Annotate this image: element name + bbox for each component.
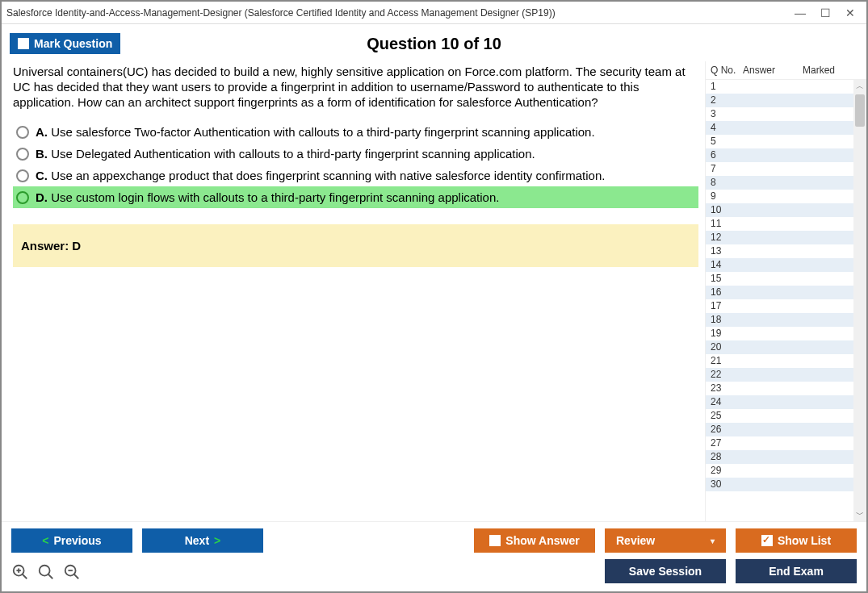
- question-list-row[interactable]: 5: [706, 135, 866, 148]
- question-list-row[interactable]: 7: [706, 162, 866, 176]
- zoom-out-icon[interactable]: [63, 563, 81, 581]
- option-text: Use salesforce Two-factor Authentication…: [48, 125, 595, 139]
- zoom-controls: [11, 561, 81, 583]
- close-icon[interactable]: ✕: [845, 7, 855, 19]
- zoom-icon[interactable]: [37, 563, 55, 581]
- svg-point-4: [40, 566, 50, 576]
- previous-button[interactable]: < Previous: [11, 528, 132, 553]
- end-exam-button[interactable]: End Exam: [736, 559, 857, 583]
- previous-label: Previous: [54, 534, 102, 547]
- question-list-row[interactable]: 1: [706, 80, 866, 94]
- header-row: Mark Question Question 10 of 10: [2, 24, 866, 61]
- question-list-row[interactable]: 11: [706, 217, 866, 231]
- answer-label: Answer: D: [21, 239, 81, 253]
- question-list: 1234567891011121314151617181920212223242…: [706, 79, 866, 521]
- mark-question-button[interactable]: Mark Question: [10, 33, 120, 54]
- footer: < Previous Next > Show Answer Review ▾ S…: [2, 521, 866, 591]
- next-button[interactable]: Next >: [142, 528, 263, 553]
- options-list: A. Use salesforce Two-factor Authenticat…: [13, 121, 698, 208]
- zoom-in-icon[interactable]: [11, 563, 29, 581]
- chevron-left-icon: <: [42, 534, 48, 547]
- question-list-row[interactable]: 30: [706, 478, 866, 491]
- footer-row-1: < Previous Next > Show Answer Review ▾ S…: [11, 528, 857, 553]
- svg-line-5: [48, 574, 53, 579]
- radio-icon[interactable]: [16, 148, 29, 161]
- svg-line-7: [74, 574, 79, 579]
- question-list-row[interactable]: 15: [706, 272, 866, 286]
- question-list-row[interactable]: 23: [706, 382, 866, 395]
- minimize-icon[interactable]: —: [795, 7, 806, 19]
- option-letter: C.: [36, 169, 48, 182]
- scroll-down-icon[interactable]: ﹀: [853, 508, 866, 521]
- question-list-row[interactable]: 4: [706, 121, 866, 135]
- col-answer: Answer: [743, 65, 803, 76]
- question-list-row[interactable]: 2: [706, 94, 866, 107]
- question-list-row[interactable]: 24: [706, 395, 866, 409]
- option-row-a[interactable]: A. Use salesforce Two-factor Authenticat…: [13, 121, 698, 143]
- checkbox-icon: [489, 535, 501, 546]
- review-label: Review: [616, 534, 655, 547]
- col-qno: Q No.: [711, 65, 743, 76]
- show-answer-label: Show Answer: [505, 534, 579, 547]
- question-list-row[interactable]: 26: [706, 423, 866, 436]
- window-title: Salesforce Identity-and-Access-Managemen…: [6, 7, 795, 19]
- option-text: Use an appexchange product that does fin…: [48, 169, 605, 182]
- option-row-d[interactable]: D. Use custom login flows with callouts …: [13, 186, 698, 208]
- review-dropdown[interactable]: Review ▾: [605, 528, 726, 553]
- radio-icon[interactable]: [16, 191, 29, 204]
- question-list-row[interactable]: 14: [706, 258, 866, 272]
- col-marked: Marked: [803, 65, 865, 76]
- chevron-right-icon: >: [214, 534, 220, 547]
- question-list-row[interactable]: 12: [706, 231, 866, 244]
- checkbox-icon: [18, 38, 29, 49]
- svg-line-1: [23, 574, 27, 579]
- option-letter: B.: [36, 147, 48, 161]
- question-list-header: Q No. Answer Marked: [706, 61, 866, 79]
- option-row-c[interactable]: C. Use an appexchange product that does …: [13, 165, 698, 186]
- question-list-row[interactable]: 29: [706, 464, 866, 478]
- mark-question-label: Mark Question: [34, 37, 112, 50]
- question-text: Universal containers(UC) has decided to …: [13, 65, 698, 110]
- show-list-label: Show List: [778, 534, 831, 547]
- question-list-row[interactable]: 20: [706, 340, 866, 354]
- checkbox-checked-icon: [761, 535, 773, 546]
- question-list-row[interactable]: 22: [706, 368, 866, 382]
- option-row-b[interactable]: B. Use Delegated Authentication with cal…: [13, 143, 698, 165]
- question-list-row[interactable]: 10: [706, 203, 866, 217]
- question-list-row[interactable]: 27: [706, 436, 866, 450]
- body: Universal containers(UC) has decided to …: [2, 61, 866, 521]
- save-session-label: Save Session: [629, 565, 702, 578]
- question-list-row[interactable]: 21: [706, 354, 866, 368]
- footer-row-2: Save Session End Exam: [605, 559, 857, 583]
- option-letter: A.: [36, 125, 48, 139]
- question-list-row[interactable]: 16: [706, 286, 866, 299]
- radio-icon[interactable]: [16, 169, 29, 182]
- window-controls: — ☐ ✕: [795, 7, 862, 19]
- app-window: Salesforce Identity-and-Access-Managemen…: [0, 0, 868, 593]
- question-list-row[interactable]: 6: [706, 148, 866, 162]
- option-text: Use custom login flows with callouts to …: [48, 190, 499, 204]
- question-list-row[interactable]: 28: [706, 450, 866, 464]
- question-list-row[interactable]: 9: [706, 190, 866, 203]
- scroll-up-icon[interactable]: ︿: [853, 80, 866, 93]
- scroll-thumb[interactable]: [855, 94, 865, 127]
- question-list-panel: Q No. Answer Marked 12345678910111213141…: [705, 61, 866, 521]
- radio-icon[interactable]: [16, 126, 29, 139]
- question-list-row[interactable]: 17: [706, 299, 866, 313]
- question-list-row[interactable]: 19: [706, 327, 866, 340]
- show-list-button[interactable]: Show List: [736, 528, 857, 553]
- save-session-button[interactable]: Save Session: [605, 559, 726, 583]
- show-answer-button[interactable]: Show Answer: [474, 528, 595, 553]
- question-list-row[interactable]: 13: [706, 244, 866, 258]
- next-label: Next: [185, 534, 209, 547]
- option-text: Use Delegated Authentication with callou…: [48, 147, 535, 161]
- maximize-icon[interactable]: ☐: [820, 7, 831, 19]
- answer-box: Answer: D: [13, 224, 698, 267]
- question-list-row[interactable]: 25: [706, 409, 866, 423]
- question-list-row[interactable]: 8: [706, 176, 866, 190]
- question-panel: Universal containers(UC) has decided to …: [2, 61, 705, 521]
- question-list-row[interactable]: 3: [706, 107, 866, 121]
- end-exam-label: End Exam: [769, 565, 824, 578]
- scrollbar[interactable]: ︿ ﹀: [853, 80, 866, 521]
- question-list-row[interactable]: 18: [706, 313, 866, 327]
